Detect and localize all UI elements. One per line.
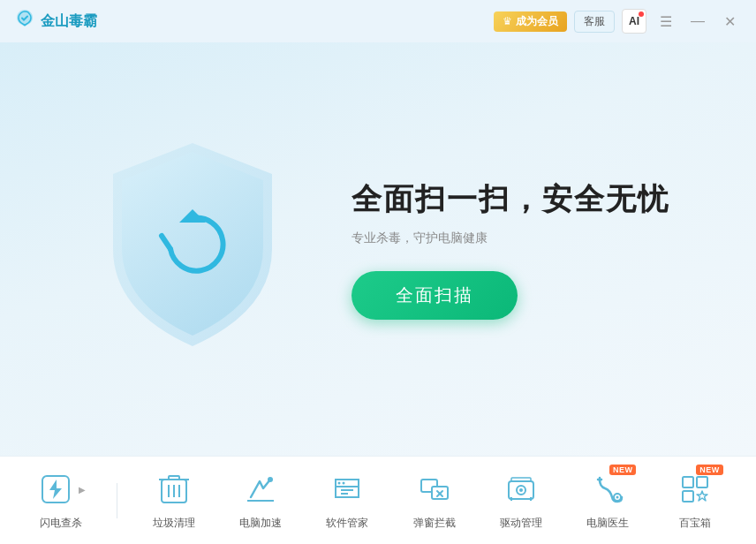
popup-block-icon-wrap xyxy=(415,470,454,509)
svg-point-9 xyxy=(268,477,273,482)
title-bar-controls: ♛ 成为会员 客服 AI ☰ — ✕ xyxy=(494,9,742,34)
flash-scan-label: 闪电查杀 xyxy=(40,516,82,531)
svg-rect-5 xyxy=(169,476,179,480)
software-mgr-label: 软件管家 xyxy=(326,516,368,531)
toolbar-item-pc-speed[interactable]: 电脑加速 xyxy=(230,470,291,531)
subtitle: 专业杀毒，守护电脑健康 xyxy=(352,230,488,246)
flash-scan-icon xyxy=(39,472,72,506)
toolbox-new-badge: NEW xyxy=(696,465,723,475)
driver-mgr-label: 驱动管理 xyxy=(500,516,542,531)
svg-marker-2 xyxy=(49,480,62,499)
shield-area xyxy=(87,125,299,373)
trash-clean-icon xyxy=(158,472,190,506)
minimize-button[interactable]: — xyxy=(685,9,710,34)
pc-doctor-icon-wrap: NEW xyxy=(588,470,627,509)
pc-doctor-new-badge: NEW xyxy=(609,465,637,475)
menu-button[interactable]: ☰ xyxy=(654,9,678,34)
popup-block-label: 弹窗拦截 xyxy=(413,516,456,531)
toolbox-label: 百宝箱 xyxy=(679,516,711,531)
svg-rect-31 xyxy=(683,491,693,502)
pc-speed-icon-wrap xyxy=(241,470,280,509)
svg-point-26 xyxy=(616,496,619,499)
ai-label: AI xyxy=(629,15,639,27)
bottom-toolbar: ▶ 闪电查杀 垃圾清理 电脑加速 xyxy=(0,456,756,544)
trash-clean-icon-wrap xyxy=(155,470,193,509)
flash-scan-icon-wrap xyxy=(36,470,75,509)
logo-icon xyxy=(14,8,35,34)
software-mgr-icon xyxy=(330,472,364,506)
vip-crown-icon: ♛ xyxy=(503,15,512,27)
vip-button[interactable]: ♛ 成为会员 xyxy=(494,11,567,32)
toolbox-icon-wrap: NEW xyxy=(676,470,714,509)
svg-rect-22 xyxy=(511,478,531,481)
svg-marker-32 xyxy=(697,491,707,501)
svg-rect-30 xyxy=(697,477,707,487)
toolbar-item-flash-scan[interactable]: ▶ 闪电查杀 xyxy=(30,470,92,531)
popup-block-icon xyxy=(418,472,451,506)
pc-doctor-icon xyxy=(591,472,624,506)
toolbar-item-pc-doctor[interactable]: NEW 电脑医生 xyxy=(577,470,639,531)
right-content-area: 全面扫一扫，安全无忧 专业杀毒，守护电脑健康 全面扫描 xyxy=(352,179,669,320)
toolbar-item-popup-block[interactable]: 弹窗拦截 xyxy=(404,470,465,531)
flash-scan-expand-icon[interactable]: ▶ xyxy=(79,485,86,495)
toolbar-item-toolbox[interactable]: NEW 百宝箱 xyxy=(664,470,726,531)
svg-rect-29 xyxy=(683,477,693,487)
svg-point-12 xyxy=(343,482,345,485)
toolbar-item-trash-clean[interactable]: 垃圾清理 xyxy=(143,470,205,531)
toolbar-item-software-mgr[interactable]: 软件管家 xyxy=(316,470,378,531)
pc-doctor-label: 电脑医生 xyxy=(586,516,629,531)
logo-area: 金山毒霸 xyxy=(14,8,97,34)
software-mgr-icon-wrap xyxy=(328,470,367,509)
pc-speed-icon xyxy=(244,472,277,506)
toolbox-icon xyxy=(678,472,712,506)
app-title: 金山毒霸 xyxy=(41,12,97,31)
driver-mgr-icon-wrap xyxy=(502,470,541,509)
toolbar-divider-1 xyxy=(117,483,117,518)
scan-button[interactable]: 全面扫描 xyxy=(352,271,518,320)
main-content: 全面扫一扫，安全无忧 专业杀毒，守护电脑健康 全面扫描 xyxy=(0,42,756,456)
ai-notification-dot xyxy=(639,11,644,17)
vip-label: 成为会员 xyxy=(516,14,558,29)
service-button[interactable]: 客服 xyxy=(574,11,615,33)
svg-point-11 xyxy=(338,482,341,485)
driver-mgr-icon xyxy=(504,472,538,506)
pc-speed-label: 电脑加速 xyxy=(239,516,282,531)
svg-point-21 xyxy=(519,488,523,492)
ai-button[interactable]: AI xyxy=(622,9,646,34)
toolbar-item-driver-mgr[interactable]: 驱动管理 xyxy=(490,470,552,531)
close-button[interactable]: ✕ xyxy=(717,9,742,34)
title-bar: 金山毒霸 ♛ 成为会员 客服 AI ☰ — ✕ xyxy=(0,0,756,42)
trash-clean-label: 垃圾清理 xyxy=(153,516,195,531)
main-title: 全面扫一扫，安全无忧 xyxy=(352,179,669,220)
shield-svg xyxy=(95,134,290,364)
